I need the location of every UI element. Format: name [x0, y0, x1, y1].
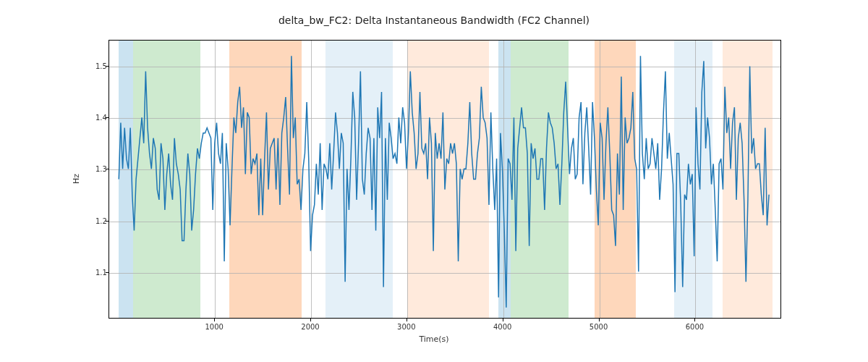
tick-label-x: 2000: [301, 323, 319, 331]
tick-label-x: 4000: [493, 323, 511, 331]
tick-label-x: 6000: [686, 323, 704, 331]
tick-mark-x: [599, 319, 600, 321]
tick-label-y: 1.4: [95, 113, 106, 121]
x-axis-label: Time(s): [0, 334, 868, 344]
series-line: [119, 56, 769, 308]
line-layer: [109, 41, 780, 318]
chart-axes: [109, 40, 781, 319]
tick-mark-x: [310, 319, 311, 321]
tick-label-y: 1.1: [95, 268, 106, 276]
tick-mark-x: [694, 319, 695, 321]
tick-mark-x: [214, 319, 215, 321]
tick-label-y: 1.5: [95, 62, 106, 70]
chart-title: delta_bw_FC2: Delta Instantaneous Bandwi…: [0, 14, 868, 26]
tick-label-x: 5000: [590, 323, 608, 331]
chart-figure: delta_bw_FC2: Delta Instantaneous Bandwi…: [0, 0, 868, 362]
tick-mark-x: [503, 319, 503, 321]
tick-label-x: 3000: [397, 323, 415, 331]
y-axis-label: Hz: [72, 174, 81, 184]
tick-label-y: 1.2: [95, 216, 106, 224]
tick-mark-x: [407, 319, 407, 321]
tick-label-y: 1.3: [95, 165, 106, 173]
tick-label-x: 1000: [205, 323, 223, 331]
